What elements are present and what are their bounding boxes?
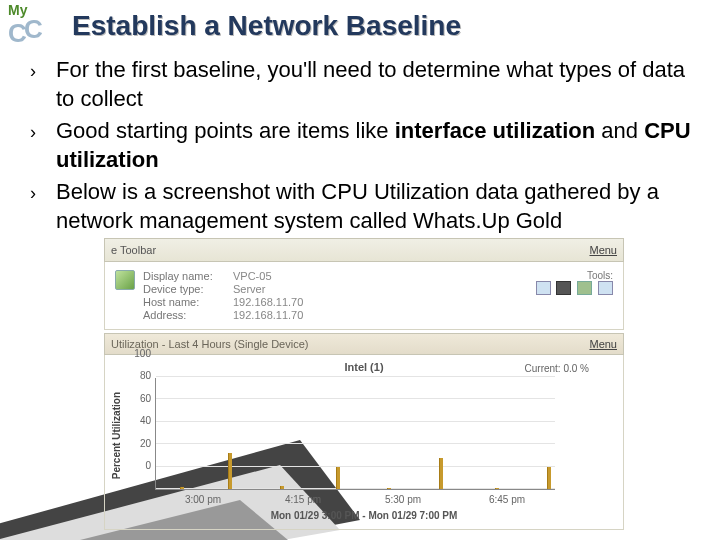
chart-subtitle: Mon 01/29 3:00 PM - Mon 01/29 7:00 PM (111, 510, 617, 521)
label: Address: (143, 309, 233, 321)
x-axis: 3:00 pm4:15 pm5:30 pm6:45 pm (155, 494, 555, 508)
tool-icon[interactable] (536, 281, 551, 295)
chart-container: Intel (1) Current: 0.0 % Percent Utiliza… (104, 355, 624, 530)
utilization-bar: Utilization - Last 4 Hours (Single Devic… (104, 333, 624, 355)
bullet-text: Below is a screenshot with CPU Utilizati… (56, 178, 708, 235)
label: Display name: (143, 270, 233, 282)
bullet-list: › For the first baseline, you'll need to… (30, 56, 708, 240)
device-icon (115, 270, 135, 290)
device-panel: Display name:VPC-05 Device type:Server H… (104, 262, 624, 330)
tool-icon[interactable] (577, 281, 592, 295)
label: Host name: (143, 296, 233, 308)
tool-icon[interactable] (598, 281, 613, 295)
bullet-icon: › (30, 117, 56, 174)
chart: Percent Utilization 020406080100 3:00 pm… (155, 378, 555, 508)
bullet-text: Good starting points are items like inte… (56, 117, 708, 174)
tools-area: Tools: (533, 270, 613, 321)
bullet-item: › Good starting points are items like in… (30, 117, 708, 174)
logo-c-right: C (24, 14, 42, 45)
toolbar: e Toolbar Menu (104, 238, 624, 262)
toolbar-label: e Toolbar (111, 244, 156, 256)
bullet-icon: › (30, 178, 56, 235)
plot-area (155, 378, 555, 490)
menu-link[interactable]: Menu (589, 338, 617, 350)
bullet-text: For the first baseline, you'll need to d… (56, 56, 708, 113)
y-axis: 020406080100 (121, 378, 151, 490)
embedded-screenshot: e Toolbar Menu Display name:VPC-05 Devic… (104, 238, 624, 530)
device-properties: Display name:VPC-05 Device type:Server H… (143, 270, 303, 321)
value: 192.168.11.70 (233, 296, 303, 308)
bullet-icon: › (30, 56, 56, 113)
bullet-item: › For the first baseline, you'll need to… (30, 56, 708, 113)
bullet-item: › Below is a screenshot with CPU Utiliza… (30, 178, 708, 235)
tools-label: Tools: (533, 270, 613, 281)
tool-icon[interactable] (556, 281, 571, 295)
menu-link[interactable]: Menu (589, 244, 617, 256)
slide-title: Establish a Network Baseline (72, 10, 461, 42)
value: VPC-05 (233, 270, 303, 282)
label: Device type: (143, 283, 233, 295)
value: Server (233, 283, 303, 295)
value: 192.168.11.70 (233, 309, 303, 321)
